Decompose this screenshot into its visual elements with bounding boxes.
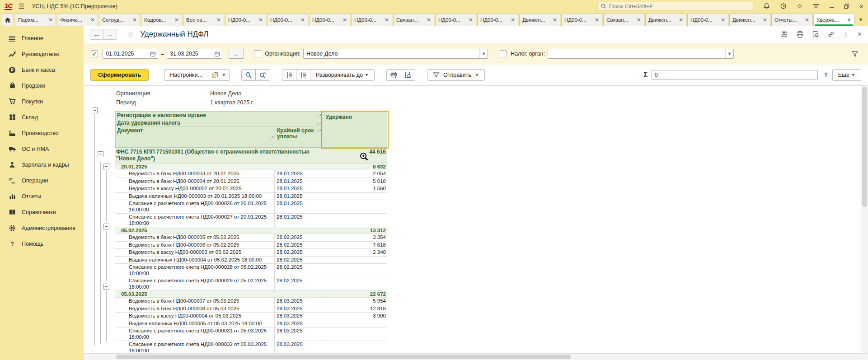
sidebar-item-person[interactable]: Зарплата и кадры xyxy=(0,157,84,173)
expander-report[interactable]: − xyxy=(92,108,98,113)
tab-close-icon[interactable]: ✕ xyxy=(174,18,179,22)
tab-13[interactable]: Движен... ✕ xyxy=(519,14,560,26)
restore-icon[interactable] xyxy=(844,4,849,9)
calendar-icon[interactable] xyxy=(212,49,222,58)
organization-input[interactable] xyxy=(304,51,479,57)
sidebar-item-cart[interactable]: Покупки xyxy=(0,94,84,109)
header-document[interactable]: Документ ↓≡ xyxy=(116,127,275,147)
favorite-star-icon[interactable]: ☆ xyxy=(127,30,134,39)
report-variants-button[interactable]: ▼ xyxy=(208,69,230,81)
sort-icon[interactable]: ↓≡ xyxy=(317,128,322,132)
sidebar-item-truck[interactable]: ОС и НМА xyxy=(0,141,84,157)
table-row[interactable]: Ведомость в кассу НД00-000004 от 05.03.2… xyxy=(115,313,387,320)
table-row[interactable]: Списание с расчетного счета НД00-000032 … xyxy=(115,341,387,353)
tab-close-icon[interactable]: ✕ xyxy=(385,18,389,22)
sidebar-item-gear[interactable]: Администрирование xyxy=(0,220,84,236)
sidebar-item-trend[interactable]: Руководителю xyxy=(0,46,84,62)
sidebar-item-chart[interactable]: Отчеты xyxy=(0,188,84,204)
period-variants-button[interactable]: ... xyxy=(229,49,244,59)
tab-close-icon[interactable]: ✕ xyxy=(721,18,725,22)
tab-17[interactable]: НД00-0... ✕ xyxy=(687,14,728,26)
header-withheld[interactable]: Удержано xyxy=(323,112,388,147)
chevron-down-icon[interactable]: ▼ xyxy=(479,49,488,58)
table-row[interactable]: Ведомость в банк НД00-000003 от 20.01.20… xyxy=(115,170,387,178)
sum-field[interactable] xyxy=(652,70,818,80)
table-row[interactable]: Выдача наличных НД00-000003 от 20.01.202… xyxy=(115,193,387,201)
table-row[interactable]: Ведомость в банк НД00-000007 от 05.03.20… xyxy=(115,298,387,305)
expander-fns-group[interactable]: − xyxy=(98,151,103,157)
filter-funnel-icon[interactable] xyxy=(849,48,861,59)
tab-8[interactable]: НД00-0... ✕ xyxy=(309,14,350,26)
print-preview-button[interactable] xyxy=(401,69,415,81)
favorites-star-icon[interactable]: ☆ xyxy=(797,2,802,10)
tab-close-icon[interactable]: ✕ xyxy=(132,18,137,22)
table-row[interactable]: Списание с расчетного счета НД00-000026 … xyxy=(115,200,387,214)
sidebar-item-book[interactable]: Справочники xyxy=(0,204,84,220)
tab-close-icon[interactable]: ✕ xyxy=(637,18,641,22)
find-icon[interactable] xyxy=(241,69,256,81)
tab-18[interactable]: Движен... ✕ xyxy=(729,14,770,26)
fns-group-row[interactable]: ФНС 7715 КПП 771501001 (Общество с огран… xyxy=(115,148,387,164)
save-icon[interactable] xyxy=(781,31,788,38)
close-window-icon[interactable]: × xyxy=(859,2,863,10)
horizontal-scrollbar-thumb[interactable] xyxy=(116,355,571,359)
tab-9[interactable]: НД00-0... ✕ xyxy=(351,14,392,26)
sidebar-item-warehouse[interactable]: Склад xyxy=(0,109,84,125)
settings-button[interactable]: Настройки... xyxy=(164,69,208,81)
tab-11[interactable]: НД00-0... ✕ xyxy=(435,14,476,26)
tab-close-icon[interactable]: ✕ xyxy=(300,18,305,22)
period-to-field[interactable] xyxy=(167,49,222,59)
tab-16[interactable]: Движен... ✕ xyxy=(645,14,686,26)
tab-5[interactable]: Все на... ✕ xyxy=(183,14,224,26)
send-button[interactable]: Отправить▼ xyxy=(427,69,485,81)
table-row[interactable]: Ведомость в банк НД00-000008 от 05.03.20… xyxy=(115,305,387,313)
minimize-icon[interactable] xyxy=(829,4,834,9)
tab-close-icon[interactable]: ✕ xyxy=(763,18,767,22)
table-row[interactable]: Ведомость в банк НД00-000006 от 05.02.20… xyxy=(115,242,387,249)
help-button[interactable]: ? xyxy=(824,72,828,79)
chevron-down-icon[interactable]: ▼ xyxy=(725,49,733,58)
main-menu-icon[interactable]: ☰ xyxy=(19,2,24,10)
tab-close-icon[interactable]: ✕ xyxy=(216,18,221,22)
date-group-row[interactable]: 05.03.2025 22 672 xyxy=(115,291,387,298)
tab-close-icon[interactable]: ✕ xyxy=(805,18,809,22)
sidebar-item-dtkt[interactable]: ДтКт Операции xyxy=(0,173,84,188)
sidebar-item-sales[interactable]: Продажи xyxy=(0,78,84,94)
tab-20[interactable]: Удержа... ✕ xyxy=(813,14,854,26)
forward-button[interactable]: → xyxy=(103,29,117,39)
table-row[interactable]: Ведомость в банк НД00-000005 от 05.02.20… xyxy=(115,234,387,242)
tab-close-icon[interactable]: ✕ xyxy=(48,18,53,22)
table-row[interactable]: Ведомость в кассу НД00-000002 от 20.01.2… xyxy=(115,185,387,193)
tab-overflow-button[interactable]: ▼ xyxy=(855,14,866,26)
period-to-input[interactable] xyxy=(167,51,212,57)
service-settings-icon[interactable] xyxy=(812,3,819,9)
more-actions-icon[interactable]: ⋮ xyxy=(843,30,849,38)
period-checkbox[interactable]: ✓ xyxy=(91,50,98,57)
sidebar-item-factory[interactable]: Производство xyxy=(0,125,84,141)
notifications-bell-icon[interactable] xyxy=(763,3,770,9)
vertical-scrollbar[interactable] xyxy=(861,86,868,353)
table-row[interactable]: Списание с расчетного счета НД00-000027 … xyxy=(115,214,387,227)
header-registration[interactable]: Регистрация в налоговом органе ↓≡ xyxy=(116,112,323,119)
tab-close-icon[interactable]: ✕ xyxy=(90,18,95,22)
date-group-row[interactable]: 05.02.2025 13 312 xyxy=(115,227,387,234)
sort-icon[interactable]: ↓≡ xyxy=(317,121,322,125)
expander-date-group-1[interactable]: − xyxy=(103,164,109,169)
back-button[interactable]: ← xyxy=(90,29,103,39)
tab-3[interactable]: Сотруд... ✕ xyxy=(99,14,140,26)
tax-authority-checkbox[interactable]: ✓ xyxy=(500,50,507,57)
table-row[interactable]: Списание с расчетного счета НД00-000028 … xyxy=(115,264,387,277)
table-row[interactable]: Списание с расчетного счета НД00-000031 … xyxy=(115,327,387,341)
tab-close-icon[interactable]: ✕ xyxy=(258,18,263,22)
expander-date-group-2[interactable]: − xyxy=(103,224,109,229)
horizontal-scrollbar[interactable] xyxy=(84,353,868,360)
tab-14[interactable]: НД00-0... ✕ xyxy=(561,14,602,26)
more-button[interactable]: Еще▼ xyxy=(832,69,861,81)
tab-close-icon[interactable]: ✕ xyxy=(553,18,557,22)
header-due[interactable]: Крайний срок уплаты ↓≡ xyxy=(275,127,323,147)
tab-close-icon[interactable]: ✕ xyxy=(511,18,515,22)
tab-15[interactable]: Связан... ✕ xyxy=(603,14,644,26)
tab-7[interactable]: НД00-0... ✕ xyxy=(267,14,308,26)
table-row[interactable]: Списание с расчетного счета НД00-000029 … xyxy=(115,277,387,291)
table-row[interactable]: Ведомость в кассу НД00-000003 от 05.02.2… xyxy=(115,249,387,257)
